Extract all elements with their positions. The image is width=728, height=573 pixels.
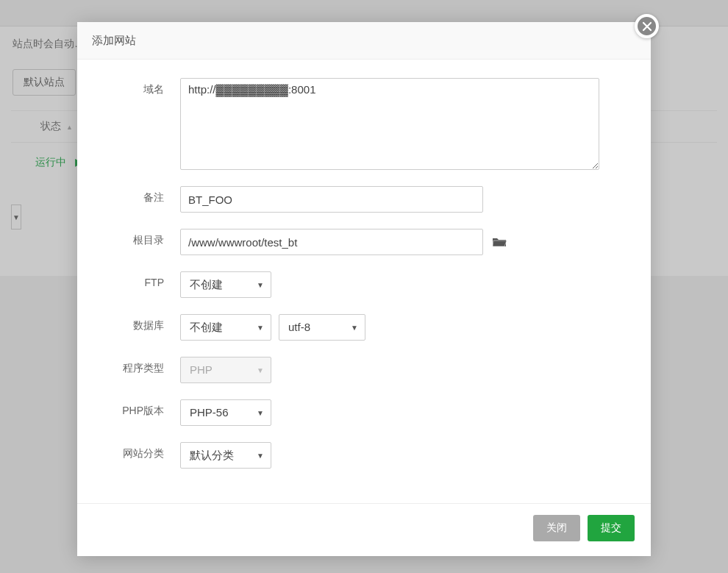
- modal-title: 添加网站: [77, 22, 651, 60]
- program-type-select: PHP: [180, 357, 271, 383]
- program-type-label: 程序类型: [103, 357, 180, 375]
- remark-label: 备注: [103, 186, 180, 204]
- ftp-label: FTP: [103, 271, 180, 288]
- site-category-label: 网站分类: [103, 442, 180, 460]
- add-site-modal: 添加网站 域名 http://▓▓▓▓▓▓▓▓▓:8001 备注 根目录: [77, 22, 651, 556]
- ftp-select[interactable]: 不创建: [180, 271, 271, 298]
- submit-button[interactable]: 提交: [588, 515, 635, 541]
- remark-input[interactable]: [180, 186, 483, 213]
- root-dir-input[interactable]: [180, 229, 483, 255]
- folder-icon[interactable]: [492, 236, 507, 248]
- php-version-label: PHP版本: [103, 399, 180, 418]
- domain-label: 域名: [103, 78, 180, 96]
- database-select[interactable]: 不创建: [180, 314, 271, 341]
- site-category-select[interactable]: 默认分类: [180, 442, 271, 469]
- charset-select[interactable]: utf-8: [279, 314, 365, 341]
- php-version-select[interactable]: PHP-56: [180, 399, 271, 426]
- close-button[interactable]: 关闭: [533, 515, 580, 541]
- domain-textarea[interactable]: http://▓▓▓▓▓▓▓▓▓:8001: [180, 78, 599, 170]
- root-dir-label: 根目录: [103, 229, 180, 247]
- database-label: 数据库: [103, 314, 180, 332]
- close-icon[interactable]: [635, 14, 659, 38]
